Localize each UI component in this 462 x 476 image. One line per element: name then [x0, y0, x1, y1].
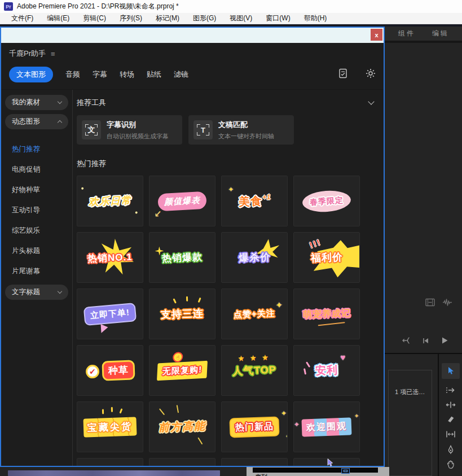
- sidebar-item-interaction[interactable]: 互动引导: [1, 200, 72, 220]
- ray-icon: [159, 408, 165, 415]
- sticker-item[interactable]: ✦ ✦ 热门新品: [221, 401, 288, 452]
- sticker-graphic: 欢乐日常: [89, 194, 132, 209]
- menu-edit[interactable]: 编辑(E): [40, 13, 76, 24]
- tab-text-graphics[interactable]: 文本图形: [9, 67, 53, 82]
- selection-tool-active[interactable]: [442, 363, 460, 379]
- tab-subtitles[interactable]: 字幕: [93, 69, 107, 80]
- project-bin-outline: [388, 370, 432, 476]
- sticker-item[interactable]: 前方高能: [149, 401, 215, 452]
- pen-tool-icon[interactable]: [447, 445, 455, 457]
- sticker-item-partial[interactable]: [293, 458, 360, 466]
- film-strip-icon[interactable]: [425, 298, 435, 309]
- sidebar-item-opening-title[interactable]: 片头标题: [1, 241, 72, 261]
- sticker-item[interactable]: ☝ 无限复购!: [149, 345, 215, 396]
- chevron-up-icon: [58, 120, 62, 125]
- survey-icon[interactable]: [338, 68, 347, 81]
- track-select-tool-icon[interactable]: [446, 386, 456, 397]
- sidebar-item-ecommerce[interactable]: 电商促销: [1, 159, 72, 180]
- exclaim-label: !!!: [307, 237, 322, 250]
- sticker-label: 欢乐日常: [89, 195, 132, 208]
- sidebar-list: 热门推荐 电商促销 好物种草 互动引导 综艺娱乐 片头标题 片尾谢幕: [1, 133, 72, 285]
- plugin-titlebar[interactable]: x: [1, 28, 384, 43]
- slash-decoration: [306, 361, 310, 368]
- type-tool-partial-icon[interactable]: [447, 474, 455, 476]
- timeline-video-thumbnail[interactable]: [8, 470, 220, 476]
- razor-tool-icon[interactable]: [446, 415, 455, 426]
- sticker-item[interactable]: ✦ ✦ 欢迎围观: [293, 401, 360, 452]
- script-match-card[interactable]: T 文稿匹配 文本一键对齐时间轴: [188, 115, 294, 145]
- sticker-item[interactable]: 宝藏尖货: [77, 401, 143, 452]
- play-icon[interactable]: [441, 337, 448, 347]
- slip-tool-icon[interactable]: [446, 430, 456, 441]
- settings-gear-icon[interactable]: [366, 68, 376, 81]
- plus-one-label: +1: [262, 193, 270, 202]
- menu-marker[interactable]: 标记(M): [149, 13, 186, 24]
- menu-clip[interactable]: 剪辑(C): [76, 13, 113, 24]
- hamburger-icon[interactable]: ≡: [51, 50, 55, 58]
- tool-cards: 文 字幕识别 自动识别视频生成字幕 T: [77, 115, 378, 145]
- check-icon: ✔: [85, 364, 99, 378]
- sticker-item[interactable]: !!! 福利价: [293, 232, 360, 283]
- sticker-item[interactable]: 立即下单!: [77, 289, 143, 339]
- sticker-graphic: ★ ★ ★ 人气TOP: [232, 363, 276, 378]
- sticker-item-partial[interactable]: [149, 458, 215, 466]
- sticker-item[interactable]: 欢乐日常: [77, 176, 143, 226]
- sticker-item[interactable]: 支持三连: [149, 289, 215, 339]
- sticker-item[interactable]: ✦ 美食+1: [221, 176, 288, 226]
- sidebar-item-goods[interactable]: 好物种草: [1, 180, 72, 200]
- menu-window[interactable]: 窗口(W): [259, 13, 297, 24]
- sticker-item[interactable]: 萌宠养成记: [293, 289, 360, 339]
- sticker-label: 前方高能: [159, 420, 206, 434]
- close-button[interactable]: x: [371, 29, 382, 41]
- sticker-item[interactable]: 热销爆款: [149, 232, 215, 283]
- sticker-label: 宝藏尖货: [87, 421, 133, 433]
- ray-icon: [198, 298, 201, 303]
- menu-sequence[interactable]: 序列(S): [113, 13, 149, 24]
- sidebar-item-credits[interactable]: 片尾谢幕: [1, 261, 72, 281]
- chevron-down-icon: [58, 99, 62, 104]
- menu-file[interactable]: 文件(F): [5, 13, 40, 24]
- sidebar-item-variety[interactable]: 综艺娱乐: [1, 220, 72, 241]
- premiere-logo-icon: Pr: [4, 2, 13, 11]
- sticker-item[interactable]: ✦ 点赞+关注: [221, 289, 288, 339]
- subtitle-recognition-card[interactable]: 文 字幕识别 自动识别视频生成字幕: [77, 115, 182, 145]
- ripple-edit-tool-icon[interactable]: [446, 400, 456, 412]
- hand-tool-icon[interactable]: [446, 460, 455, 471]
- menu-graphics[interactable]: 图形(G): [186, 13, 223, 24]
- sidebar-group-my-assets[interactable]: 我的素材: [5, 95, 68, 110]
- tab-filters[interactable]: 滤镜: [174, 69, 188, 80]
- tab-components[interactable]: 组件: [398, 29, 415, 38]
- group-label: 动态图形: [12, 117, 40, 126]
- menu-help[interactable]: 帮助(H): [297, 13, 334, 24]
- sparkle-dot: [135, 211, 138, 213]
- sidebar-group-text-titles[interactable]: 文字标题: [5, 285, 68, 300]
- ray-icon: [186, 296, 188, 302]
- sidebar-group-motion-graphics[interactable]: 动态图形: [5, 114, 68, 129]
- go-to-in-icon[interactable]: [402, 337, 411, 347]
- sticker-item[interactable]: 爆杀价: [221, 232, 288, 283]
- sparkle-icon: ✦: [281, 409, 287, 417]
- sticker-item[interactable]: ★ ★ ★ 人气TOP: [221, 345, 288, 396]
- tab-edit[interactable]: 编辑: [432, 29, 449, 38]
- sticker-item[interactable]: ♥ 安利: [293, 345, 360, 396]
- sticker-item-partial[interactable]: [77, 458, 143, 466]
- tab-audio[interactable]: 音频: [65, 69, 80, 80]
- sticker-label: 颜值爆表: [164, 195, 201, 206]
- audio-waveform-icon[interactable]: [442, 298, 452, 309]
- sequence-panel-bar: [253, 468, 378, 473]
- tab-transitions[interactable]: 转场: [120, 69, 134, 80]
- screen: Pr Adobe Premiere Pro 2021 - D:\PR视频\未命名…: [0, 0, 462, 476]
- tab-stickers[interactable]: 贴纸: [147, 69, 161, 80]
- mouse-cursor: [327, 458, 334, 470]
- sticker-item[interactable]: 春季限定: [293, 176, 360, 226]
- sticker-item[interactable]: ↙ 颜值爆表: [149, 176, 215, 226]
- sticker-item-partial[interactable]: [221, 458, 288, 466]
- plugin-main: 我的素材 动态图形 热门推荐 电商促销 好物种草 互动引导 综艺娱乐: [1, 89, 384, 466]
- plugin-window: x 千鹿Pr助手 ≡ 文本图形 音频 字幕 转场 贴纸 滤镜: [0, 27, 385, 467]
- menu-view[interactable]: 视图(V): [223, 13, 259, 24]
- chevron-down-icon[interactable]: [368, 98, 374, 104]
- sidebar-item-hot[interactable]: 热门推荐: [1, 139, 72, 159]
- sticker-item[interactable]: ✔ 种草: [77, 345, 143, 396]
- sticker-item[interactable]: 热销NO.1: [77, 232, 143, 283]
- step-back-icon[interactable]: [422, 337, 430, 347]
